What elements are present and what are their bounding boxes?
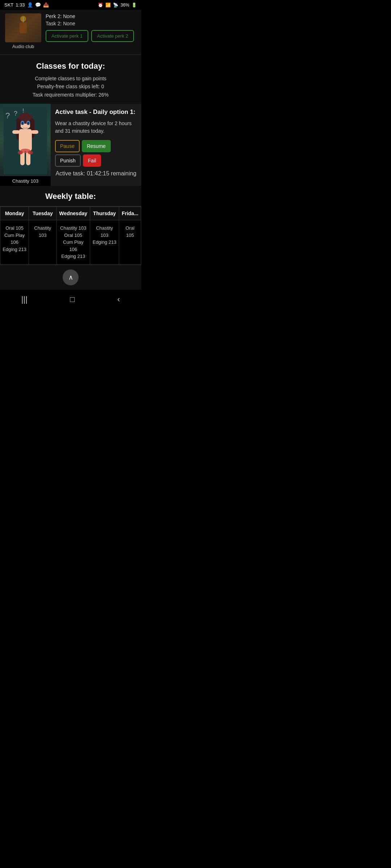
resume-button[interactable]: Resume: [82, 140, 111, 152]
classes-line1: Complete classes to gain points: [6, 75, 135, 82]
svg-point-13: [21, 122, 24, 125]
classes-line3: Task requirements multiplier: 26%: [6, 91, 135, 99]
header-wednesday: Wednesday: [56, 207, 90, 220]
header-thursday: Thursday: [90, 207, 119, 220]
download-icon: 📥: [43, 2, 49, 8]
home-icon[interactable]: □: [70, 295, 75, 304]
weekly-table: Monday Tuesday Wednesday Thursday Frida.…: [0, 207, 141, 265]
punish-button[interactable]: Punish: [55, 154, 81, 167]
cell-monday: Oral 105Cum Play 106Edging 213: [0, 220, 29, 265]
task-info-column: Active task - Daily option 1: Wear a cha…: [51, 104, 141, 186]
battery-label: 36%: [121, 3, 129, 8]
svg-rect-15: [19, 129, 32, 151]
recent-apps-icon[interactable]: |||: [21, 295, 28, 304]
cell-wednesday: Chastity 103Oral 105Cum Play 106Edging 2…: [56, 220, 90, 265]
classes-line2: Penalty-free class skips left: 0: [6, 82, 135, 90]
person-icon: 👤: [27, 2, 33, 8]
classes-section: Classes for today: Complete classes to g…: [0, 55, 141, 104]
time-label: 1:33: [16, 2, 25, 8]
svg-point-21: [18, 151, 23, 154]
task-buttons: Pause Resume Punish Fail: [55, 140, 137, 167]
svg-rect-17: [31, 130, 38, 134]
bottom-bar: ∧: [0, 265, 141, 290]
svg-point-22: [28, 151, 33, 154]
weekly-title: Weekly table:: [0, 192, 141, 201]
svg-rect-16: [12, 130, 20, 134]
perk-section: Audio club Perk 2: None Task 2: None Act…: [0, 10, 141, 54]
header-monday: Monday: [0, 207, 29, 220]
perk-buttons: Activate perk 1 Activate perk 2: [46, 30, 136, 42]
status-right: ⏰ 📶 📡 36% 🔋: [98, 3, 137, 8]
battery-icon: 🔋: [131, 3, 137, 8]
task-image-column: ? ? !: [0, 104, 51, 186]
task-image-label: Chastity 103: [0, 176, 51, 186]
perk-task: Task 2: None: [46, 21, 136, 26]
status-bar: SKT 1:33 👤 💬 📥 ⏰ 📶 📡 36% 🔋: [0, 0, 141, 10]
svg-rect-1: [20, 22, 27, 33]
talk-icon: 💬: [35, 2, 41, 8]
perk-info: Perk 2: None Task 2: None Activate perk …: [46, 13, 136, 42]
alarm-icon: ⏰: [98, 3, 103, 8]
cell-tuesday: Chastity 103: [29, 220, 56, 265]
header-friday: Frida...: [119, 207, 141, 220]
scroll-up-button[interactable]: ∧: [63, 269, 79, 285]
table-header-row: Monday Tuesday Wednesday Thursday Frida.…: [0, 207, 141, 220]
perk-image-label: Audio club: [12, 44, 34, 49]
classes-title: Classes for today:: [6, 61, 135, 71]
fail-button[interactable]: Fail: [83, 154, 101, 167]
wifi-icon: 📶: [105, 3, 111, 8]
task-desc: Wear a chastity device for 2 hours and 3…: [55, 120, 137, 135]
weekly-section: Weekly table: Monday Tuesday Wednesday T…: [0, 186, 141, 265]
activate-perk2-button[interactable]: Activate perk 2: [91, 30, 134, 42]
task-title: Active task - Daily option 1:: [55, 108, 137, 116]
signal-icon: 📡: [113, 3, 118, 8]
cell-thursday: Chastity 103Edging 213: [90, 220, 119, 265]
svg-text:?: ?: [5, 111, 10, 120]
activate-perk1-button[interactable]: Activate perk 1: [46, 30, 88, 42]
task-image-box: ? ? !: [0, 104, 51, 176]
carrier-label: SKT: [4, 2, 13, 8]
classes-sub: Complete classes to gain points Penalty-…: [6, 75, 135, 99]
back-icon[interactable]: ‹: [117, 295, 120, 304]
task-timer: Active task: 01:42:15 remaining: [55, 170, 137, 177]
pause-button[interactable]: Pause: [55, 140, 80, 152]
perk-image: [5, 13, 41, 42]
perk-image-placeholder: [5, 13, 41, 42]
svg-text:?: ?: [14, 110, 17, 117]
status-left: SKT 1:33 👤 💬 📥: [4, 2, 49, 8]
cell-friday: Oral 105: [119, 220, 141, 265]
weekly-table-wrap[interactable]: Monday Tuesday Wednesday Thursday Frida.…: [0, 206, 141, 265]
header-tuesday: Tuesday: [29, 207, 56, 220]
svg-point-14: [27, 122, 29, 125]
up-arrow-icon: ∧: [68, 273, 73, 281]
perk-title: Perk 2: None: [46, 13, 136, 19]
table-row: Oral 105Cum Play 106Edging 213 Chastity …: [0, 220, 141, 265]
nav-bar: ||| □ ‹: [0, 290, 141, 309]
active-task-card: ? ? !: [0, 104, 141, 186]
